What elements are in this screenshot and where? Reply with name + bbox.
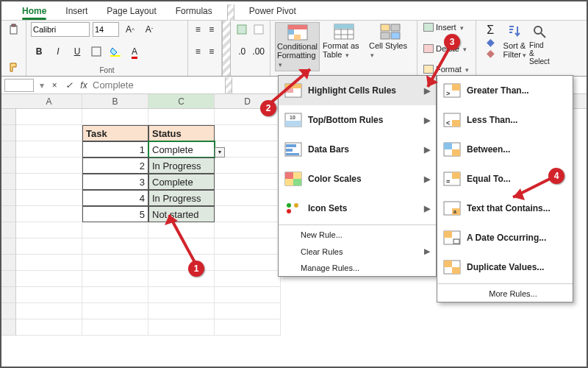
find-select-button[interactable]: Find & Select xyxy=(529,22,550,67)
svg-rect-3 xyxy=(110,55,121,57)
menu-color-scales[interactable]: Color Scales▶ xyxy=(279,164,436,194)
svg-rect-36 xyxy=(293,179,301,185)
svg-rect-8 xyxy=(288,29,294,35)
col-C[interactable]: C xyxy=(148,94,215,108)
svg-rect-2 xyxy=(92,47,101,56)
svg-point-20 xyxy=(534,26,542,34)
menu-date-occurring[interactable]: A Date Occurring... xyxy=(437,223,573,252)
align-middle-button[interactable]: ≡ xyxy=(207,22,218,37)
svg-rect-19 xyxy=(391,32,400,39)
name-box[interactable] xyxy=(4,79,34,92)
comma-button[interactable] xyxy=(252,22,266,37)
col-B[interactable]: B xyxy=(82,94,148,108)
menu-less-than[interactable]: < Less Than... xyxy=(437,105,573,135)
align-top-button[interactable]: ≡ xyxy=(193,22,204,37)
cell-B-4[interactable]: 4 xyxy=(82,190,148,206)
cell-B-1[interactable]: 1 xyxy=(82,141,148,158)
align-left-button[interactable]: ≡ xyxy=(193,44,204,59)
callout-4: 4 xyxy=(548,168,564,184)
cell-B-5[interactable]: 5 xyxy=(82,206,148,222)
data-validation-dropdown-icon[interactable]: ▾ xyxy=(215,147,225,158)
cell-B-2[interactable]: 2 xyxy=(82,158,148,174)
svg-line-61 xyxy=(169,215,196,265)
header-status[interactable]: Status xyxy=(148,125,215,141)
callout-3: 3 xyxy=(444,34,460,50)
menu-new-rule[interactable]: New Rule... xyxy=(279,227,436,243)
increase-decimal-button[interactable]: .00 xyxy=(251,44,265,59)
arrow-3 xyxy=(422,44,459,96)
tab-formulas[interactable]: Formulas xyxy=(168,4,220,20)
svg-rect-5 xyxy=(254,25,263,34)
menu-manage-rules[interactable]: Manage Rules... xyxy=(279,260,436,276)
cell-C-4[interactable]: In Progress xyxy=(148,190,215,206)
cell-styles-label: Cell Styles xyxy=(369,41,407,50)
cancel-icon[interactable]: × xyxy=(47,80,62,91)
formula-input[interactable] xyxy=(91,79,218,92)
enter-icon[interactable]: ✓ xyxy=(62,80,76,91)
svg-rect-26 xyxy=(285,121,301,127)
increase-font-button[interactable]: A^ xyxy=(122,22,138,37)
menu-top-bottom-rules[interactable]: 10 Top/Bottom Rules▶ xyxy=(279,105,436,135)
cell-C-2[interactable]: In Progress xyxy=(148,158,215,174)
svg-point-39 xyxy=(287,209,291,213)
format-as-table-button[interactable]: Format as Table xyxy=(321,22,366,61)
callout-2: 2 xyxy=(260,100,276,116)
decrease-font-button[interactable]: Aˇ xyxy=(141,22,157,37)
svg-rect-31 xyxy=(286,153,299,155)
cell-C-3[interactable]: Complete xyxy=(148,174,215,190)
svg-text:<: < xyxy=(446,119,450,127)
sort-filter-button[interactable]: Sort & Filter xyxy=(502,22,528,61)
decrease-decimal-button[interactable]: .0 xyxy=(235,44,248,59)
menu-icon-sets[interactable]: Icon Sets▶ xyxy=(279,194,436,223)
svg-text:10: 10 xyxy=(290,115,295,120)
svg-rect-1 xyxy=(12,24,15,26)
menu-data-bars[interactable]: Data Bars▶ xyxy=(279,135,436,164)
header-task[interactable]: Task xyxy=(82,125,148,141)
underline-button[interactable]: U xyxy=(69,44,85,59)
italic-button[interactable]: I xyxy=(50,44,66,59)
align-center-button[interactable]: ≡ xyxy=(207,44,218,59)
fill-color-button[interactable] xyxy=(107,44,123,59)
font-group: A^ Aˇ B I U A Font xyxy=(26,21,188,76)
col-A[interactable]: A xyxy=(16,94,82,108)
svg-rect-48 xyxy=(452,149,460,156)
select-all-corner[interactable] xyxy=(1,94,16,108)
svg-rect-15 xyxy=(334,24,354,29)
tab-page-layout[interactable]: Page Layout xyxy=(99,4,163,20)
svg-rect-18 xyxy=(381,32,390,39)
format-painter-button[interactable] xyxy=(6,60,22,74)
svg-line-21 xyxy=(541,33,545,38)
menu-more-rules[interactable]: More Rules... xyxy=(437,286,573,302)
font-size-combo[interactable] xyxy=(93,22,119,37)
svg-rect-50 xyxy=(452,172,460,179)
svg-rect-35 xyxy=(285,179,293,185)
menu-duplicate-values[interactable]: Duplicate Values... xyxy=(437,252,573,282)
number-group: .0 .00 xyxy=(231,21,270,76)
insert-cells-button[interactable]: Insert xyxy=(422,22,471,32)
cell-B-3[interactable]: 3 xyxy=(82,174,148,190)
ribbon-tabs: Home Insert Page Layout Formulas Power P… xyxy=(1,1,587,21)
percent-button[interactable] xyxy=(235,22,249,37)
svg-marker-68 xyxy=(513,188,525,200)
cell-styles-button[interactable]: Cell Styles xyxy=(368,22,412,61)
font-color-button[interactable]: A xyxy=(126,44,143,59)
autosum-button[interactable]: Σ◆◆ xyxy=(481,22,501,60)
tab-insert[interactable]: Insert xyxy=(58,4,95,20)
callout-1: 1 xyxy=(188,261,204,277)
font-name-combo[interactable] xyxy=(31,22,90,37)
svg-rect-56 xyxy=(444,231,452,238)
cell-C-1[interactable]: Complete xyxy=(148,141,215,158)
tab-power-pivot[interactable]: Power Pivot xyxy=(242,4,304,20)
svg-point-37 xyxy=(287,203,291,208)
borders-button[interactable] xyxy=(88,44,104,59)
menu-clear-rules[interactable]: Clear Rules▶ xyxy=(279,243,436,260)
tab-home[interactable]: Home xyxy=(15,4,54,20)
clipboard-group xyxy=(1,21,26,76)
fx-icon[interactable]: fx xyxy=(76,80,91,91)
alignment-group: ≡ ≡ ≡ ≡ xyxy=(188,21,222,76)
editing-group: Σ◆◆ Sort & Filter Find & Select xyxy=(476,21,554,76)
svg-rect-29 xyxy=(286,144,296,147)
paste-button[interactable] xyxy=(6,22,22,37)
bold-button[interactable]: B xyxy=(31,44,47,59)
menu-between[interactable]: Between... xyxy=(437,135,573,164)
